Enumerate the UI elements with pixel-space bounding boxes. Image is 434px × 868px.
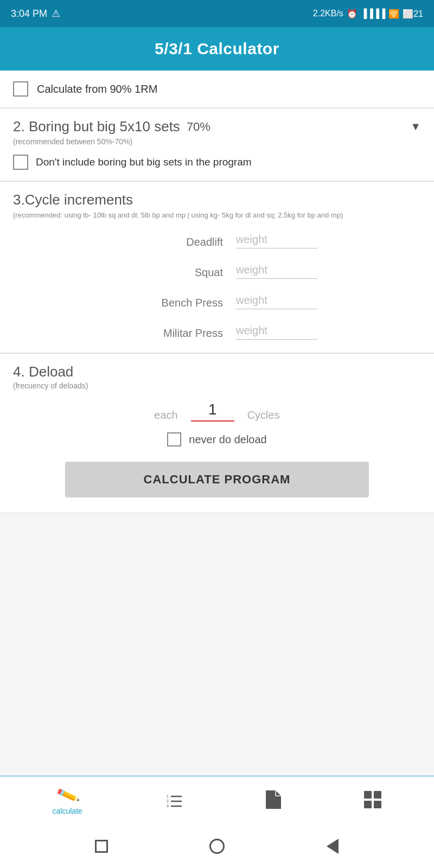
- never-deload-row: never do deload: [13, 432, 421, 446]
- pencil-icon: ✏️: [55, 783, 80, 808]
- deload-cycles-row: each Cycles: [13, 401, 421, 422]
- checkbox-1rm[interactable]: [13, 81, 28, 97]
- network-speed: 2.2KB/s: [313, 9, 343, 18]
- nav-item-calculate[interactable]: ✏️ calculate: [53, 786, 82, 815]
- calculator-icon: [364, 791, 381, 810]
- section-1RM: Calculate from 90% 1RM: [0, 71, 434, 108]
- svg-text:1: 1: [167, 794, 169, 798]
- document-icon: [266, 790, 281, 811]
- status-time: 3:04 PM: [11, 8, 47, 20]
- weight-input-squat[interactable]: [236, 264, 317, 279]
- wifi-icon: 🛜: [388, 9, 399, 19]
- exercise-row-squat: Squat: [13, 264, 421, 279]
- exercise-name-militarpress: Militar Press: [117, 327, 236, 340]
- deload-subtitle: (frecuency of deloads): [13, 381, 421, 390]
- svg-text:2: 2: [167, 799, 169, 803]
- svg-rect-9: [374, 801, 381, 808]
- section-bbb: 2. Boring but big 5x10 sets 70% ▼ (recom…: [0, 108, 434, 181]
- bbb-header: 2. Boring but big 5x10 sets 70% ▼: [13, 118, 421, 135]
- label-bbb-exclude: Don't include boring but big sets in the…: [36, 156, 252, 168]
- weight-input-deadlift[interactable]: [236, 233, 317, 248]
- list-icon: 1 2 3: [165, 792, 183, 809]
- nav-back-button[interactable]: [324, 838, 341, 855]
- alarm-icon: ⏰: [347, 9, 358, 19]
- weight-input-benchpress[interactable]: [236, 294, 317, 309]
- deload-cycles-label: Cycles: [247, 409, 280, 422]
- bbb-title: 2. Boring but big 5x10 sets: [13, 118, 180, 135]
- calculate-button[interactable]: CALCULATE PROGRAM: [65, 462, 369, 497]
- exercise-row-benchpress: Bench Press: [13, 294, 421, 309]
- exercise-row-deadlift: Deadlift: [13, 233, 421, 248]
- status-bar: 3:04 PM ⚠ 2.2KB/s ⏰ ▐▐▐▐ 🛜 ⬜21: [0, 0, 434, 27]
- exercise-name-benchpress: Bench Press: [117, 297, 236, 309]
- nav-label-calculate: calculate: [53, 807, 82, 815]
- nav-item-list[interactable]: 1 2 3: [165, 792, 183, 809]
- bottom-nav: ✏️ calculate 1 2 3: [0, 776, 434, 825]
- weight-input-militarpress[interactable]: [236, 324, 317, 340]
- svg-rect-7: [374, 791, 381, 799]
- svg-rect-8: [364, 801, 372, 808]
- label-1rm: Calculate from 90% 1RM: [37, 83, 157, 95]
- deload-title: 4. Deload: [13, 363, 421, 380]
- checkbox-never-deload[interactable]: [167, 432, 181, 446]
- back-icon: [327, 839, 339, 854]
- cycle-title: 3.Cycle increments: [13, 192, 421, 208]
- nav-circle-button[interactable]: [208, 838, 226, 855]
- main-content: Calculate from 90% 1RM 2. Boring but big…: [0, 71, 434, 776]
- deload-each-label: each: [154, 409, 177, 422]
- exercise-row-militarpress: Militar Press: [13, 324, 421, 340]
- exercise-name-deadlift: Deadlift: [117, 236, 236, 248]
- app-title: 5/3/1 Calculator: [155, 40, 279, 58]
- exercise-name-squat: Squat: [117, 266, 236, 279]
- bbb-subtitle: (recommended between 50%-70%): [13, 137, 421, 146]
- cycle-subtitle: (recommended: using lb- 10lb sq and dl; …: [13, 210, 421, 220]
- nav-item-document[interactable]: [266, 790, 281, 811]
- battery-indicator: ⬜21: [403, 9, 423, 19]
- square-icon: [95, 840, 108, 853]
- circle-icon: [209, 839, 225, 854]
- bbb-dropdown-arrow[interactable]: ▼: [410, 120, 421, 133]
- section-deload: 4. Deload (frecuency of deloads) each Cy…: [0, 354, 434, 513]
- bbb-checkbox-row: Don't include boring but big sets in the…: [13, 155, 421, 170]
- nav-item-calculator[interactable]: [364, 791, 381, 810]
- signal-icon: ▐▐▐▐: [361, 9, 385, 18]
- section-cycle: 3.Cycle increments (recommended: using l…: [0, 182, 434, 353]
- svg-rect-6: [364, 791, 372, 799]
- checkbox-bbb-exclude[interactable]: [13, 155, 28, 170]
- system-nav: [0, 825, 434, 868]
- label-never-deload: never do deload: [189, 433, 266, 446]
- app-bar: 5/3/1 Calculator: [0, 27, 434, 71]
- nav-home-button[interactable]: [93, 838, 110, 855]
- deload-cycles-input[interactable]: [191, 401, 234, 422]
- svg-text:3: 3: [167, 804, 169, 808]
- bbb-percentage: 70%: [187, 120, 210, 134]
- warning-icon: ⚠: [52, 8, 60, 20]
